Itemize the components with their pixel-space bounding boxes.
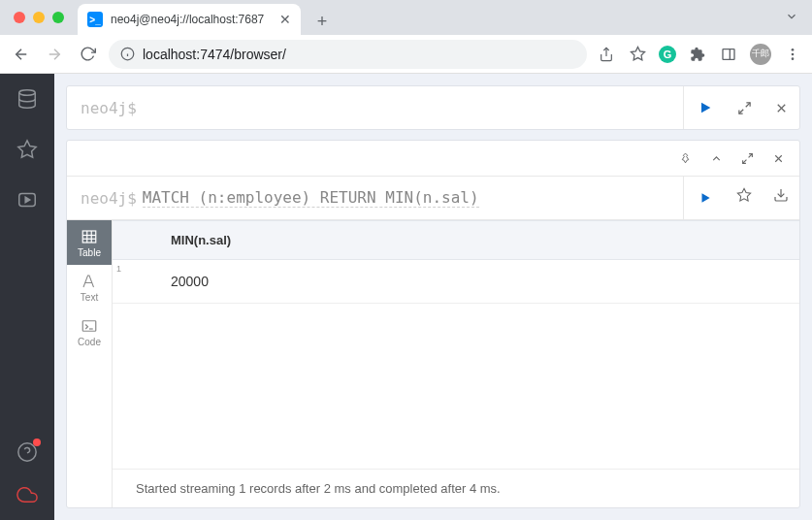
extensions-button[interactable]	[688, 45, 707, 64]
close-frame-button[interactable]	[764, 145, 792, 172]
row-index: 1	[113, 260, 132, 303]
side-panel-button[interactable]	[719, 45, 738, 64]
browser-toolbar: localhost:7474/browser/ G 千郎	[0, 35, 812, 74]
svg-point-16	[18, 443, 36, 461]
result-body: Table Text Code MIN(n.sal) 1 20	[67, 220, 799, 507]
svg-line-23	[748, 153, 752, 157]
editor-prompt: neo4j$	[81, 99, 137, 117]
window-titlebar: >_ neo4j@neo4j://localhost:7687 ✕ +	[0, 0, 812, 35]
reload-button[interactable]	[76, 43, 99, 66]
tab-favicon: >_	[87, 12, 103, 27]
app-sidebar	[0, 74, 54, 520]
table-row: 1 20000	[113, 260, 799, 304]
window-close-button[interactable]	[14, 12, 25, 23]
svg-marker-28	[737, 188, 750, 201]
svg-marker-18	[701, 103, 710, 114]
tabs-dropdown-button[interactable]	[785, 10, 798, 23]
svg-marker-27	[701, 193, 709, 202]
svg-point-11	[792, 57, 795, 60]
back-button[interactable]	[10, 43, 33, 66]
notification-dot-icon	[33, 439, 41, 446]
forward-button[interactable]	[43, 43, 66, 66]
profile-avatar[interactable]: 千郎	[750, 44, 771, 65]
svg-rect-30	[82, 231, 96, 243]
tab-title: neo4j@neo4j://localhost:7687	[111, 13, 264, 26]
browser-tab[interactable]: >_ neo4j@neo4j://localhost:7687 ✕	[78, 4, 301, 35]
rerun-query-button[interactable]	[683, 177, 726, 219]
pin-frame-button[interactable]	[671, 145, 698, 172]
svg-point-10	[792, 52, 795, 55]
result-table: MIN(n.sal) 1 20000 Started streaming 1 r…	[112, 220, 799, 507]
site-info-icon[interactable]	[120, 47, 135, 61]
tab-close-button[interactable]: ✕	[279, 12, 291, 27]
window-controls	[14, 12, 64, 23]
fullscreen-frame-button[interactable]	[733, 145, 761, 172]
address-bar[interactable]: localhost:7474/browser/	[109, 40, 587, 69]
svg-marker-15	[25, 197, 30, 203]
cypher-editor-card: neo4j$	[66, 85, 800, 130]
cloud-icon[interactable]	[16, 483, 39, 506]
svg-rect-7	[723, 49, 734, 59]
svg-rect-35	[82, 320, 96, 331]
svg-point-9	[792, 49, 795, 51]
view-tab-text[interactable]: Text	[67, 265, 112, 309]
run-query-button[interactable]	[683, 86, 726, 129]
result-frame: neo4j$ MATCH (n:employee) RETURN MIN(n.s…	[66, 140, 800, 508]
cypher-editor-input[interactable]: neo4j$	[67, 86, 683, 129]
svg-point-12	[19, 90, 36, 96]
column-header: MIN(n.sal)	[113, 220, 799, 260]
frame-query-input[interactable]: neo4j$ MATCH (n:employee) RETURN MIN(n.s…	[67, 177, 683, 219]
fullscreen-editor-button[interactable]	[726, 89, 763, 126]
frame-toolbar	[67, 141, 799, 176]
main-area: neo4j$	[54, 74, 812, 520]
guides-icon[interactable]	[16, 188, 39, 211]
export-button[interactable]	[763, 177, 799, 213]
view-tabs: Table Text Code	[67, 220, 112, 507]
status-bar: Started streaming 1 records after 2 ms a…	[113, 469, 799, 507]
frame-prompt: neo4j$	[81, 189, 137, 208]
collapse-frame-button[interactable]	[702, 145, 730, 172]
browser-menu-button[interactable]	[783, 45, 802, 64]
favorites-star-icon[interactable]	[16, 138, 39, 161]
view-tab-table-label: Table	[78, 247, 101, 258]
view-tab-table[interactable]: Table	[67, 220, 112, 265]
svg-line-24	[742, 159, 746, 163]
frame-query-text: MATCH (n:employee) RETURN MIN(n.sal)	[143, 188, 479, 208]
view-tab-code-label: Code	[78, 337, 101, 347]
svg-marker-13	[18, 141, 36, 157]
svg-marker-6	[631, 47, 644, 59]
share-button[interactable]	[597, 45, 616, 64]
extension-grammarly-icon[interactable]: G	[659, 46, 676, 63]
svg-line-19	[745, 102, 749, 106]
help-icon[interactable]	[16, 440, 39, 464]
database-icon[interactable]	[16, 87, 39, 111]
svg-line-20	[738, 109, 742, 113]
bookmark-star-button[interactable]	[628, 45, 647, 64]
save-favorite-button[interactable]	[726, 177, 763, 213]
empty-space	[113, 304, 799, 469]
view-tab-text-label: Text	[81, 292, 98, 303]
close-editor-button[interactable]	[763, 89, 799, 126]
cell-value: 20000	[132, 260, 247, 303]
window-minimize-button[interactable]	[33, 12, 45, 23]
app-container: neo4j$	[0, 74, 812, 520]
frame-query-row: neo4j$ MATCH (n:employee) RETURN MIN(n.s…	[67, 176, 799, 220]
window-maximize-button[interactable]	[52, 12, 64, 23]
view-tab-code[interactable]: Code	[67, 309, 112, 354]
new-tab-button[interactable]: +	[309, 8, 336, 35]
url-text: localhost:7474/browser/	[143, 47, 286, 62]
